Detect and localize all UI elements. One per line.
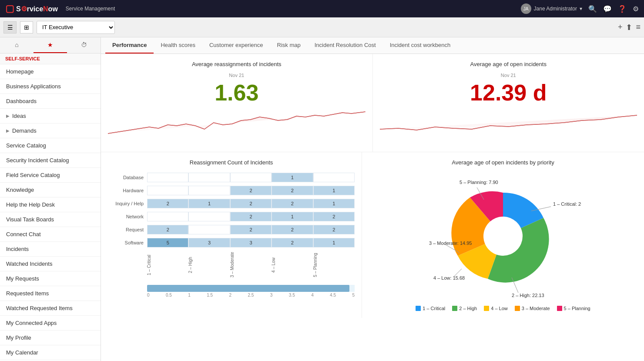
help-icon[interactable]: ❓	[618, 5, 627, 13]
dashboard-selector[interactable]: IT Executive	[37, 21, 115, 34]
sidebar-item-my-profile[interactable]: My Profile	[0, 331, 101, 345]
sidebar: ⌂ ★ ⏱ Self-Service Homepage Business App…	[0, 37, 101, 361]
bar-cell: 2	[147, 225, 188, 234]
bar-cell: 1	[313, 186, 355, 195]
sidebar-item-visual-task[interactable]: Visual Task Boards	[0, 212, 101, 227]
sidebar-item-security-incident[interactable]: Security Incident Catalog	[0, 153, 101, 168]
user-name: Jane Administrator	[534, 6, 577, 12]
chat-icon[interactable]: 💬	[603, 5, 612, 13]
top-charts-row: Average reassignments of incidents Nov 2…	[101, 54, 644, 152]
bar-row-network: Network 2 1 2	[108, 211, 355, 222]
tab-performance[interactable]: Performance	[105, 37, 154, 53]
sidebar-tab-home[interactable]: ⌂	[0, 37, 34, 53]
bar-cell	[147, 212, 188, 221]
list-view-button[interactable]: ☰	[3, 21, 17, 33]
sidebar-item-requested-items[interactable]: Requested Items	[0, 286, 101, 301]
bar-cell: 2	[313, 225, 355, 234]
search-icon[interactable]: 🔍	[588, 5, 597, 13]
tab-health[interactable]: Health scores	[154, 37, 202, 53]
bar-row-inquiry: Inquiry / Help 2 1 2 2 1	[108, 198, 355, 209]
x-axis-labels: 0 0.5 1 1.5 2 2.5 3 3.5 4 4.5 5	[147, 293, 355, 297]
sidebar-item-field-service[interactable]: Field Service Catalog	[0, 168, 101, 183]
bar-cells: 2 1 2 2 1	[147, 199, 355, 208]
chart-reassignments: Average reassignments of incidents Nov 2…	[101, 54, 373, 152]
legend-planning: 5 – Planning	[557, 306, 590, 311]
bar-cell	[188, 225, 230, 234]
pie-legend: 1 – Critical 2 – High 4 – Low	[416, 306, 590, 311]
sidebar-item-watched-requested[interactable]: Watched Requested Items	[0, 301, 101, 316]
bar-cell	[188, 212, 230, 221]
sidebar-tabs: ⌂ ★ ⏱	[0, 37, 101, 53]
bar-chart-grid: Database 1 Hardware	[108, 171, 355, 297]
legend-dot	[484, 306, 489, 311]
sidebar-item-business-apps[interactable]: Business Applications	[0, 79, 101, 94]
tab-customer[interactable]: Customer experience	[202, 37, 270, 53]
bar-row-software: Software 5 3 3 2 1	[108, 237, 355, 248]
expand-icon: ▶	[6, 114, 10, 118]
pie-label-moderate: 3 – Moderate: 14.95	[429, 241, 472, 246]
main-layout: ⌂ ★ ⏱ Self-Service Homepage Business App…	[0, 37, 644, 361]
bar-cell: 1	[272, 173, 313, 182]
user-info[interactable]: JA Jane Administrator ▾	[521, 3, 582, 14]
sidebar-item-help-desk[interactable]: Help the Help Desk	[0, 197, 101, 212]
legend-label: 3 – Moderate	[522, 306, 550, 311]
bar-cell	[230, 173, 272, 182]
logo-text: S⚙rviceNow	[16, 5, 58, 13]
sidebar-item-label: My Calendar	[6, 349, 38, 356]
chart1-date: Nov 21	[229, 73, 244, 78]
sidebar-item-label: Security Incident Catalog	[6, 157, 69, 164]
add-button[interactable]: +	[618, 23, 623, 32]
bottom-axis: 0 0.5 1 1.5 2 2.5 3 3.5 4 4.5 5	[108, 278, 355, 297]
sidebar-item-connected-apps[interactable]: My Connected Apps	[0, 316, 101, 331]
nav-right: JA Jane Administrator ▾ 🔍 💬 ❓ ⚙	[521, 3, 639, 14]
lower-charts-row: Reassignment Count of Incidents Database…	[101, 152, 644, 318]
tab-resolution[interactable]: Incident Resolution Cost	[308, 37, 383, 53]
bar-cells: 2 2 1	[147, 186, 355, 195]
sidebar-item-label: My Requests	[6, 275, 39, 282]
pie-label-planning: 5 – Planning: 7.90	[460, 180, 498, 185]
sidebar-item-label: Requested Items	[6, 290, 49, 297]
bar-cell: 5	[147, 238, 188, 247]
sidebar-item-service-catalog[interactable]: Service Catalog	[0, 138, 101, 153]
bar-cell: 1	[272, 212, 313, 221]
sidebar-item-demands[interactable]: ▶ Demands	[0, 124, 101, 138]
bar-cell	[313, 173, 355, 182]
bar-label: Hardware	[108, 188, 147, 193]
sidebar-item-label: My Connected Apps	[6, 320, 57, 326]
menu-button[interactable]: ≡	[636, 23, 641, 32]
sidebar-tab-history[interactable]: ⏱	[67, 37, 101, 53]
settings-icon[interactable]: ⚙	[633, 5, 639, 13]
sidebar-item-connect-chat[interactable]: Connect Chat	[0, 227, 101, 242]
sidebar-item-my-calendar[interactable]: My Calendar	[0, 345, 101, 360]
bar-label: Request	[108, 227, 147, 232]
sidebar-item-label: Help the Help Desk	[6, 201, 55, 208]
pie-label-low: 4 – Low: 15.68	[433, 275, 465, 281]
sidebar-item-label: Dashboards	[6, 98, 37, 104]
chart1-value: 1.63	[215, 80, 258, 105]
legend-critical: 1 – Critical	[416, 306, 445, 311]
grid-view-button[interactable]: ⊞	[20, 21, 33, 33]
toolbar: ☰ ⊞ IT Executive + ⬆ ≡	[0, 17, 644, 37]
bar-cell: 2	[230, 225, 272, 234]
sidebar-item-label: Watched Incidents	[6, 261, 52, 267]
sidebar-item-knowledge[interactable]: Knowledge	[0, 183, 101, 197]
content-area: Performance Health scores Customer exper…	[101, 37, 644, 361]
sidebar-item-homepage[interactable]: Homepage	[0, 64, 101, 79]
sidebar-item-ideas[interactable]: ▶ Ideas	[0, 109, 101, 124]
pie-chart-container: 1 – Critical: 26.67 2 – High: 22.13 4 – …	[369, 171, 637, 311]
bar-cell: 2	[147, 199, 188, 208]
sidebar-item-dashboards[interactable]: Dashboards	[0, 94, 101, 109]
pie-label-critical: 1 – Critical: 26.67	[553, 201, 581, 207]
legend-label: 2 – High	[459, 306, 477, 311]
col-labels: 1 – Critical 2 – High 3 – Moderate 4 – L…	[108, 252, 355, 278]
tab-risk[interactable]: Risk map	[270, 37, 308, 53]
bar-cells: 5 3 3 2 1	[147, 238, 355, 247]
sidebar-tab-favorites[interactable]: ★	[34, 37, 67, 53]
sidebar-item-incidents[interactable]: Incidents	[0, 242, 101, 257]
share-button[interactable]: ⬆	[626, 23, 632, 32]
service-mgmt-label: Service Management	[66, 6, 115, 12]
bar-cell: 2	[272, 199, 313, 208]
sidebar-item-watched-incidents[interactable]: Watched Incidents	[0, 257, 101, 271]
sidebar-item-my-requests[interactable]: My Requests	[0, 271, 101, 286]
tab-cost[interactable]: Incident cost workbench	[383, 37, 457, 53]
